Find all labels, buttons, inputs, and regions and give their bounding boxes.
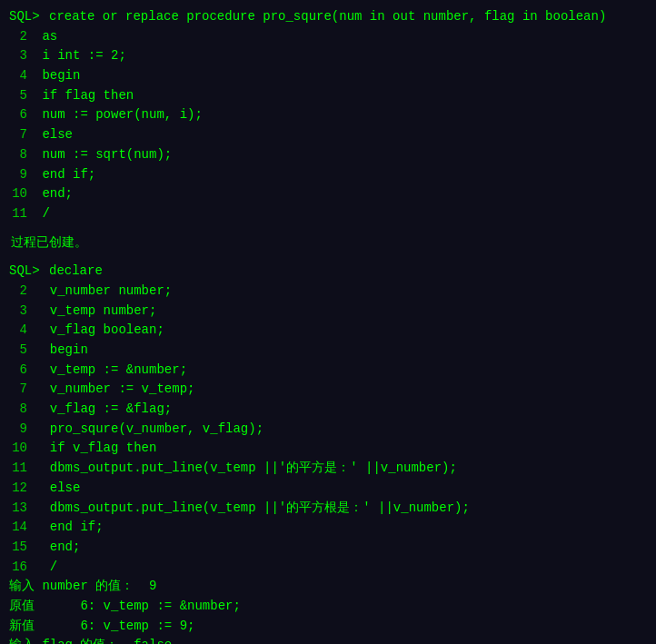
ln-d15: 15 <box>9 538 27 558</box>
ln-d10: 10 <box>9 439 27 459</box>
code-line-6: 6 num := power(num, i); <box>9 105 647 125</box>
ln-d16: 16 <box>9 558 27 578</box>
line-num-4: 4 <box>9 66 27 86</box>
line-num-7: 7 <box>9 125 27 145</box>
sql-prompt-line-2: SQL> declare <box>9 262 647 282</box>
code-line-11: 11 / <box>9 204 647 224</box>
line-num-8: 8 <box>9 145 27 165</box>
ln-d14: 14 <box>9 518 27 538</box>
declare-line-2: 2 v_number number; <box>9 282 647 302</box>
output-3: 新值 6: v_temp := 9; <box>9 617 647 637</box>
ln-d8: 8 <box>9 400 27 420</box>
declare-line-15: 15 end; <box>9 538 647 558</box>
line-num-6: 6 <box>9 105 27 125</box>
line-num-10: 10 <box>9 184 27 204</box>
line-num-2: 2 <box>9 27 27 47</box>
sql-prompt-line-1: SQL> create or replace procedure pro_squ… <box>9 7 647 27</box>
ln-d12: 12 <box>9 479 27 499</box>
ln-d13: 13 <box>9 499 27 519</box>
declare-line-12: 12 else <box>9 479 647 499</box>
declare-line-5: 5 begin <box>9 341 647 361</box>
ln-d11: 11 <box>9 459 27 479</box>
ln-d2: 2 <box>9 282 27 302</box>
blank-1 <box>9 224 647 230</box>
code-line-3: 3 i int := 2; <box>9 46 647 66</box>
output-4: 输入 flag 的值： false <box>9 636 647 644</box>
declare-line-4: 4 v_flag boolean; <box>9 321 647 341</box>
code-line-10: 10 end; <box>9 184 647 204</box>
ln-d5: 5 <box>9 341 27 361</box>
terminal-window: SQL> create or replace procedure pro_squ… <box>0 0 656 644</box>
code-line-5: 5 if flag then <box>9 86 647 106</box>
output-1: 输入 number 的值： 9 <box>9 577 647 597</box>
code-line-4: 4 begin <box>9 66 647 86</box>
line-num-9: 9 <box>9 165 27 185</box>
line-num-11: 11 <box>9 204 27 224</box>
code-line-1: create or replace procedure pro_squre(nu… <box>42 7 607 27</box>
declare-line-3: 3 v_temp number; <box>9 302 647 322</box>
status-created: 过程已创建。 <box>9 233 647 253</box>
declare-line-9: 9 pro_squre(v_number, v_flag); <box>9 420 647 440</box>
declare-line-6: 6 v_temp := &number; <box>9 361 647 381</box>
ln-d6: 6 <box>9 361 27 381</box>
declare-line-16: 16 / <box>9 558 647 578</box>
ln-d3: 3 <box>9 302 27 322</box>
line-num-3: 3 <box>9 46 27 66</box>
sql-prompt-1: SQL> <box>9 7 40 27</box>
ln-d9: 9 <box>9 420 27 440</box>
declare-line-7: 7 v_number := v_temp; <box>9 380 647 400</box>
line-num-5: 5 <box>9 86 27 106</box>
code-line-9: 9 end if; <box>9 165 647 185</box>
declare-line-14: 14 end if; <box>9 518 647 538</box>
code-line-2: 2 as <box>9 27 647 47</box>
ln-d4: 4 <box>9 321 27 341</box>
declare-line-13: 13 dbms_output.put_line(v_temp ||'的平方根是：… <box>9 499 647 519</box>
declare-line-10: 10 if v_flag then <box>9 439 647 459</box>
output-2: 原值 6: v_temp := &number; <box>9 597 647 617</box>
sql-prompt-2: SQL> <box>9 262 40 282</box>
declare-line: declare <box>42 262 103 282</box>
code-line-7: 7 else <box>9 125 647 145</box>
declare-line-8: 8 v_flag := &flag; <box>9 400 647 420</box>
ln-d7: 7 <box>9 380 27 400</box>
code-line-8: 8 num := sqrt(num); <box>9 145 647 165</box>
declare-line-11: 11 dbms_output.put_line(v_temp ||'的平方是：'… <box>9 459 647 479</box>
